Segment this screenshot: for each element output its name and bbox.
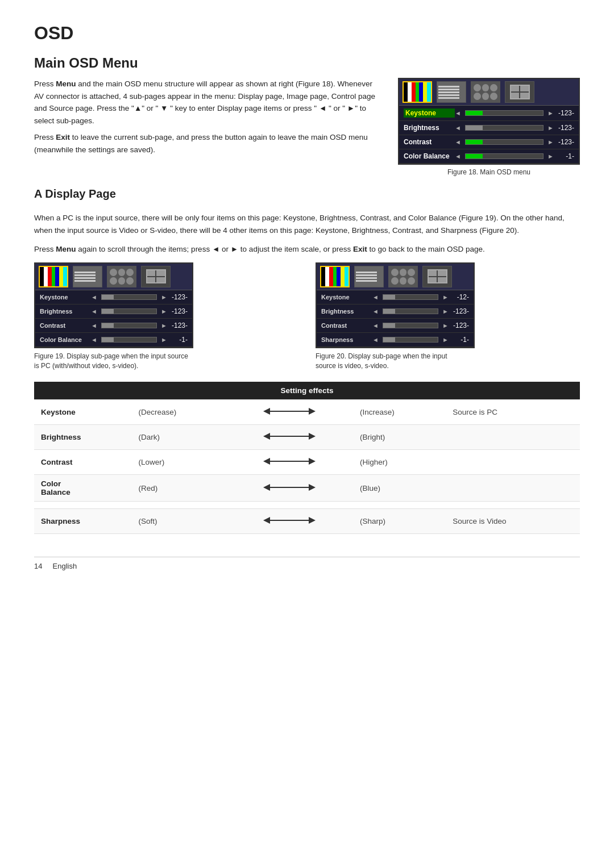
osd-al-k20: ◄ [372, 294, 379, 301]
osd-slider-k19 [101, 294, 157, 300]
osd-row-colorbalance-main: Color Balance ◄ ► -1- [399, 149, 579, 164]
double-arrow-contrast [261, 454, 318, 468]
osd-row-brightness-main: Brightness ◄ ► -123- [399, 121, 579, 135]
setting-effects-table: Setting effects Keystone (Decrease) [34, 382, 580, 534]
osd-arrow-right-cb: ► [547, 153, 554, 160]
effect-increase-keystone: (Increase) [353, 400, 446, 425]
osd-arrow-left-c: ◄ [455, 139, 461, 145]
osd-icon-lines [437, 81, 466, 103]
main-osd-description: Press Menu and the main OSD menu structu… [34, 78, 381, 176]
fig19-block: Keystone ◄ ► -123- Brightness ◄ ► -123- … [34, 262, 298, 371]
osd-al-co19: ◄ [91, 322, 97, 329]
osd-al-br20: ◄ [372, 308, 379, 315]
osd-ar-co20: ► [442, 322, 449, 329]
osd-row-contrast-19: Contrast ◄ ► -123- [35, 319, 192, 333]
osd-screen-fig18: Keystone ◄ ► -123- Brightness ◄ ► -123- … [398, 78, 580, 165]
osd-slider-keystone [465, 110, 544, 116]
double-arrow-colorbalance [261, 481, 318, 494]
osd-val-co20: -123- [449, 322, 469, 329]
osd-row-sharpness-20: Sharpness ◄ ► -1- [317, 333, 474, 347]
fig19-caption: Figure 19. Display sub-page when the inp… [34, 352, 298, 371]
osd-ar-br20: ► [442, 308, 449, 315]
osd-row-keystone-20: Keystone ◄ ► -12- [317, 290, 474, 304]
effect-arrow-brightness [225, 425, 353, 450]
osd-arrow-right-b: ► [547, 124, 554, 131]
effect-arrow-contrast [225, 450, 353, 475]
osd-label-contrast: Contrast [404, 138, 455, 146]
fig18-caption: Figure 18. Main OSD menu [398, 168, 580, 176]
display-page-para2: Press Menu again to scroll through the i… [34, 243, 580, 256]
effect-label-keystone: Keystone [34, 400, 131, 425]
osd-icon-dots [471, 81, 500, 103]
osd-slider-br20 [383, 308, 438, 314]
main-osd-section: Press Menu and the main OSD menu structu… [34, 78, 580, 176]
effect-increase-brightness: (Bright) [353, 425, 446, 450]
effect-source-keystone: Source is PC [446, 400, 580, 425]
fig20-caption: Figure 20. Display sub-page when the inp… [316, 352, 580, 371]
osd-icons-bar-19 [35, 264, 192, 290]
osd-label-brightness: Brightness [404, 124, 455, 132]
osd-slider-k20 [383, 294, 438, 300]
osd-ar-sh20: ► [442, 336, 449, 343]
osd-value-contrast: -123- [554, 138, 574, 146]
osd-slider-br19 [101, 308, 157, 314]
effect-source-brightness [446, 425, 580, 450]
osd-al-br19: ◄ [91, 308, 97, 315]
osd-ar-br19: ► [161, 308, 167, 315]
effect-row-brightness: Brightness (Dark) [34, 425, 580, 450]
effect-row-colorbalance: ColorBalance (Red) [34, 475, 580, 502]
osd-row-brightness-20: Brightness ◄ ► -123- [317, 304, 474, 319]
osd-slider-colorbalance [465, 153, 544, 159]
fig18-block: Keystone ◄ ► -123- Brightness ◄ ► -123- … [398, 78, 580, 176]
osd-label-co20: Contrast [321, 322, 372, 329]
setting-effects-header: Setting effects [34, 382, 580, 400]
osd-row-colorbalance-19: Color Balance ◄ ► -1- [35, 333, 192, 347]
osd-row-contrast-20: Contrast ◄ ► -123- [317, 319, 474, 333]
osd-icon-grid [505, 81, 534, 103]
osd-al-cb19: ◄ [91, 336, 97, 343]
footer-page: 14 [34, 562, 42, 570]
double-arrow-brightness [261, 429, 318, 443]
osd-icon-colorbars [403, 81, 432, 103]
osd-ar-co19: ► [161, 322, 167, 329]
osd-val-k19: -123- [167, 293, 188, 301]
osd-slider-brightness [465, 125, 544, 131]
effect-decrease-contrast: (Lower) [131, 450, 225, 475]
osd-label-br20: Brightness [321, 308, 372, 315]
effect-decrease-sharpness: (Soft) [131, 509, 225, 534]
effect-source-sharpness: Source is Video [446, 509, 580, 534]
double-arrow-sharpness [261, 514, 318, 527]
osd-icon-dots-19 [107, 266, 136, 287]
osd-icon-grid-20 [422, 266, 452, 287]
effect-row-keystone: Keystone (Decrease) [34, 400, 580, 425]
effect-label-sharpness: Sharpness [34, 509, 131, 534]
osd-icon-colorbars-19 [39, 266, 68, 287]
effect-source-colorbalance [446, 475, 580, 502]
osd-al-co20: ◄ [372, 322, 379, 329]
footer-bar: 14 English [34, 557, 580, 570]
osd-value-keystone: -123- [554, 109, 574, 117]
osd-val-br19: -123- [167, 307, 188, 315]
page-title: OSD [34, 23, 580, 44]
osd-icon-lines-19 [73, 266, 102, 287]
fig20-block: Keystone ◄ ► -12- Brightness ◄ ► -123- C… [316, 262, 580, 371]
effect-arrow-sharpness [225, 509, 353, 534]
osd-arrow-right-c: ► [547, 139, 554, 145]
effect-row-sharpness: Sharpness (Soft) [34, 509, 580, 534]
effect-row-spacer [34, 502, 580, 509]
effect-increase-sharpness: (Sharp) [353, 509, 446, 534]
osd-value-brightness: -123- [554, 124, 574, 132]
osd-label-colorbalance: Color Balance [404, 152, 455, 160]
effect-increase-contrast: (Higher) [353, 450, 446, 475]
osd-screen-fig20: Keystone ◄ ► -12- Brightness ◄ ► -123- C… [316, 262, 475, 348]
osd-label-keystone: Keystone [404, 108, 455, 118]
osd-val-k20: -12- [449, 293, 469, 301]
effect-arrow-colorbalance [225, 475, 353, 502]
osd-slider-sh20 [383, 337, 438, 343]
osd-icon-dots-20 [388, 266, 418, 287]
osd-screen-fig19: Keystone ◄ ► -123- Brightness ◄ ► -123- … [34, 262, 193, 348]
osd-val-co19: -123- [167, 322, 188, 329]
osd-icons-bar-20 [317, 264, 474, 290]
osd-row-contrast-main: Contrast ◄ ► -123- [399, 135, 579, 149]
osd-label-co19: Contrast [40, 322, 91, 329]
